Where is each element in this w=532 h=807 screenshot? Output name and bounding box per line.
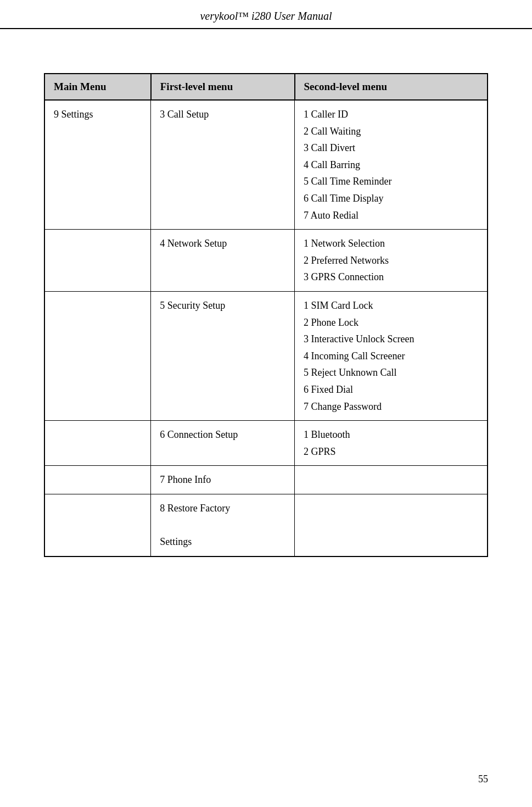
table-header-row: Main Menu First-level menu Second-level … (44, 74, 488, 100)
table-row: 5 Security Setup1 SIM Card Lock2 Phone L… (44, 291, 488, 420)
col-first-level: First-level menu (151, 74, 295, 100)
table-row: 4 Network Setup1 Network Selection2 Pref… (44, 230, 488, 292)
cell-second-level: 1 Caller ID2 Call Waiting3 Call Divert4 … (295, 100, 488, 230)
col-main-menu: Main Menu (44, 74, 151, 100)
cell-first-level: 8 Restore FactorySettings (151, 494, 295, 556)
cell-first-level: 7 Phone Info (151, 466, 295, 494)
cell-second-level: 1 Bluetooth2 GPRS (295, 421, 488, 466)
header-title: verykool™ i280 User Manual (200, 10, 332, 22)
cell-second-level: 1 SIM Card Lock2 Phone Lock3 Interactive… (295, 291, 488, 420)
cell-first-level: 5 Security Setup (151, 291, 295, 420)
cell-main-menu (44, 291, 151, 420)
page-content: Main Menu First-level menu Second-level … (0, 29, 532, 601)
cell-first-level: 3 Call Setup (151, 100, 295, 230)
page-header: verykool™ i280 User Manual (0, 0, 532, 29)
cell-second-level: 1 Network Selection2 Preferred Networks3… (295, 230, 488, 292)
table-row: 6 Connection Setup1 Bluetooth2 GPRS (44, 421, 488, 466)
col-second-level: Second-level menu (295, 74, 488, 100)
table-row: 8 Restore FactorySettings (44, 494, 488, 556)
cell-main-menu: 9 Settings (44, 100, 151, 230)
cell-first-level: 4 Network Setup (151, 230, 295, 292)
cell-first-level: 6 Connection Setup (151, 421, 295, 466)
menu-table: Main Menu First-level menu Second-level … (44, 73, 488, 557)
cell-main-menu (44, 421, 151, 466)
cell-second-level (295, 466, 488, 494)
cell-second-level (295, 494, 488, 556)
table-row: 7 Phone Info (44, 466, 488, 494)
page-number: 55 (478, 773, 488, 785)
cell-main-menu (44, 466, 151, 494)
cell-main-menu (44, 230, 151, 292)
table-row: 9 Settings3 Call Setup1 Caller ID2 Call … (44, 100, 488, 230)
cell-main-menu (44, 494, 151, 556)
